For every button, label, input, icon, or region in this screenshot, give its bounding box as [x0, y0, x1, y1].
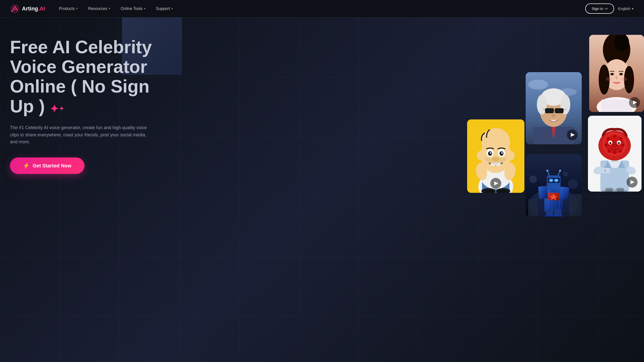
nav-link-resources[interactable]: Resources ▼: [84, 4, 114, 13]
play-button-woman[interactable]: [629, 97, 640, 108]
chevron-down-icon: ▼: [631, 7, 634, 10]
play-icon: [571, 133, 575, 137]
svg-point-70: [608, 150, 610, 153]
svg-rect-91: [560, 186, 569, 200]
hero-section: Free AI Celebrity Voice Generator Online…: [0, 17, 644, 362]
svg-point-29: [552, 114, 556, 117]
logo-text: Arting.AI: [22, 5, 45, 12]
hero-content: Free AI Celebrity Voice Generator Online…: [0, 17, 164, 184]
robot-card: FC: [588, 116, 642, 191]
chevron-down-icon: ▼: [108, 7, 110, 10]
play-icon: [630, 180, 634, 184]
chevron-down-icon: ▼: [171, 7, 174, 10]
sparkle-decoration: ✦✦: [50, 103, 64, 115]
svg-point-14: [621, 77, 627, 81]
svg-point-13: [606, 77, 612, 81]
svg-rect-108: [553, 215, 562, 216]
transformer-card: [526, 154, 582, 216]
nav-right: Sign in -> English ▼: [585, 3, 634, 14]
svg-rect-86: [569, 194, 582, 216]
play-icon: [633, 101, 637, 105]
svg-point-77: [618, 142, 620, 144]
sign-in-button[interactable]: Sign in ->: [585, 3, 614, 14]
homer-card: [467, 119, 524, 193]
svg-point-98: [548, 179, 554, 182]
svg-point-45: [501, 152, 503, 154]
nav-left: Arting.AI Products ▼ Resources ▼ Online …: [10, 4, 178, 14]
lightning-icon: ⚡: [23, 163, 30, 169]
celebrity-woman-card: [589, 35, 644, 112]
logo[interactable]: Arting.AI: [10, 4, 45, 14]
navbar: Arting.AI Products ▼ Resources ▼ Online …: [0, 0, 644, 17]
svg-point-67: [622, 144, 624, 147]
svg-point-101: [546, 170, 548, 172]
play-button-robot[interactable]: [626, 177, 638, 187]
svg-point-44: [490, 152, 491, 154]
svg-point-111: [530, 176, 537, 183]
get-started-button[interactable]: ⚡ Get Started Now: [10, 158, 84, 174]
svg-rect-104: [550, 189, 557, 192]
biden-card: [526, 72, 582, 144]
svg-rect-10: [602, 100, 632, 112]
play-icon: [494, 181, 498, 185]
svg-point-71: [605, 144, 608, 147]
nav-link-support[interactable]: Support ▼: [152, 4, 178, 13]
hero-subtitle: The #1 Celebrity AI voice generator, cre…: [10, 124, 150, 146]
nav-links: Products ▼ Resources ▼ Online Tools ▼ Su…: [55, 4, 178, 13]
chevron-down-icon: ▼: [76, 7, 78, 10]
svg-point-69: [613, 151, 616, 154]
nav-link-products[interactable]: Products ▼: [55, 4, 82, 13]
svg-point-65: [613, 135, 616, 138]
play-button-biden[interactable]: [567, 129, 578, 140]
nav-link-online-tools[interactable]: Online Tools ▼: [116, 4, 150, 13]
svg-rect-107: [545, 215, 554, 216]
svg-point-37: [481, 128, 510, 156]
logo-icon: [10, 4, 20, 14]
svg-point-112: [568, 179, 578, 189]
svg-point-68: [619, 150, 622, 153]
svg-point-99: [554, 179, 559, 182]
svg-point-11: [610, 73, 614, 75]
svg-point-16: [528, 80, 548, 90]
hero-title: Free AI Celebrity Voice Generator Online…: [10, 37, 154, 116]
play-button-homer[interactable]: [490, 178, 501, 189]
svg-text:FC: FC: [604, 170, 607, 172]
svg-rect-85: [528, 199, 538, 216]
transformer-image: [526, 154, 582, 216]
svg-rect-90: [538, 186, 548, 199]
svg-point-113: [563, 172, 568, 177]
svg-point-76: [609, 142, 611, 144]
svg-point-12: [619, 73, 623, 75]
svg-point-38: [477, 151, 484, 160]
svg-rect-24: [545, 108, 554, 113]
svg-point-103: [559, 170, 561, 172]
svg-point-66: [620, 137, 622, 140]
language-selector[interactable]: English ▼: [618, 6, 634, 11]
svg-point-72: [607, 137, 610, 140]
svg-point-39: [508, 151, 515, 160]
svg-rect-25: [555, 108, 564, 113]
chevron-down-icon: ▼: [144, 7, 146, 10]
svg-point-1: [11, 10, 13, 12]
